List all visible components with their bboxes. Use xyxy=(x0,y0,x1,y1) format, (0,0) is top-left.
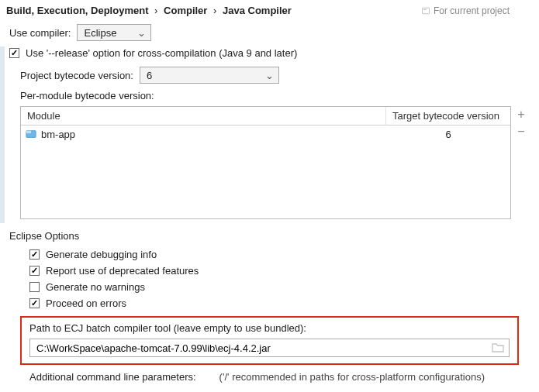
eclipse-options-title: Eclipse Options xyxy=(0,219,539,246)
project-bytecode-label: Project bytecode version: xyxy=(20,70,133,81)
table-header: Module Target bytecode version xyxy=(21,107,510,126)
svg-rect-3 xyxy=(26,131,31,134)
proceed-on-errors-checkbox[interactable] xyxy=(29,298,40,308)
ecj-path-input[interactable] xyxy=(35,342,492,355)
no-warnings-label: Generate no warnings xyxy=(46,281,145,293)
col-module-header: Module xyxy=(21,107,386,125)
svg-rect-0 xyxy=(422,8,429,14)
ecj-path-label: Path to ECJ batch compiler tool (leave e… xyxy=(29,322,510,339)
per-module-table: Module Target bytecode version bm-app 6 xyxy=(20,106,511,219)
col-target-header: Target bytecode version xyxy=(386,107,510,125)
breadcrumb-sep: › xyxy=(213,5,216,16)
use-compiler-label: Use compiler: xyxy=(9,27,71,39)
additional-params-label: Additional command line parameters: xyxy=(29,371,196,383)
proceed-on-errors-label: Proceed on errors xyxy=(46,297,126,309)
breadcrumb-root: Build, Execution, Deployment xyxy=(6,5,148,16)
use-compiler-select[interactable]: Eclipse ⌄ xyxy=(77,24,151,41)
generate-debug-checkbox[interactable] xyxy=(29,249,40,260)
scope-hint-text: For current project xyxy=(434,5,510,16)
no-warnings-checkbox[interactable] xyxy=(29,282,40,292)
release-option-label: Use '--release' option for cross-compila… xyxy=(26,47,297,59)
eclipse-options-group: Generate debugging info Report use of de… xyxy=(0,246,539,311)
breadcrumb-leaf: Java Compiler xyxy=(223,5,292,16)
chevron-down-icon: ⌄ xyxy=(265,70,274,81)
header-row: Build, Execution, Deployment › Compiler … xyxy=(0,0,539,19)
project-bytecode-select[interactable]: 6 ⌄ xyxy=(140,67,279,84)
add-row-button[interactable]: + xyxy=(513,106,530,123)
release-option-checkbox[interactable] xyxy=(9,48,19,58)
deprecated-label: Report use of deprecated features xyxy=(46,265,199,277)
left-gutter xyxy=(0,46,5,223)
module-icon xyxy=(26,129,36,139)
use-compiler-value: Eclipse xyxy=(84,27,116,39)
remove-row-button[interactable]: − xyxy=(513,123,530,140)
chevron-down-icon: ⌄ xyxy=(137,27,146,39)
scope-hint: For current project xyxy=(421,5,510,16)
additional-params-hint: ('/' recommended in paths for cross-plat… xyxy=(219,371,485,383)
ecj-path-group: Path to ECJ batch compiler tool (leave e… xyxy=(20,316,519,365)
table-row[interactable]: bm-app 6 xyxy=(21,126,510,143)
per-module-label: Per-module bytecode version: xyxy=(0,85,539,105)
generate-debug-label: Generate debugging info xyxy=(46,249,157,260)
module-target: 6 xyxy=(386,129,510,140)
svg-rect-1 xyxy=(423,9,427,9)
deprecated-checkbox[interactable] xyxy=(29,266,40,276)
browse-folder-icon[interactable] xyxy=(492,342,504,355)
ecj-path-field[interactable] xyxy=(29,339,510,357)
project-bytecode-value: 6 xyxy=(147,70,152,81)
breadcrumb-mid: Compiler xyxy=(164,5,207,16)
module-name: bm-app xyxy=(41,129,75,140)
project-icon xyxy=(421,6,430,15)
breadcrumb-sep: › xyxy=(154,5,157,16)
breadcrumb: Build, Execution, Deployment › Compiler … xyxy=(6,5,292,16)
